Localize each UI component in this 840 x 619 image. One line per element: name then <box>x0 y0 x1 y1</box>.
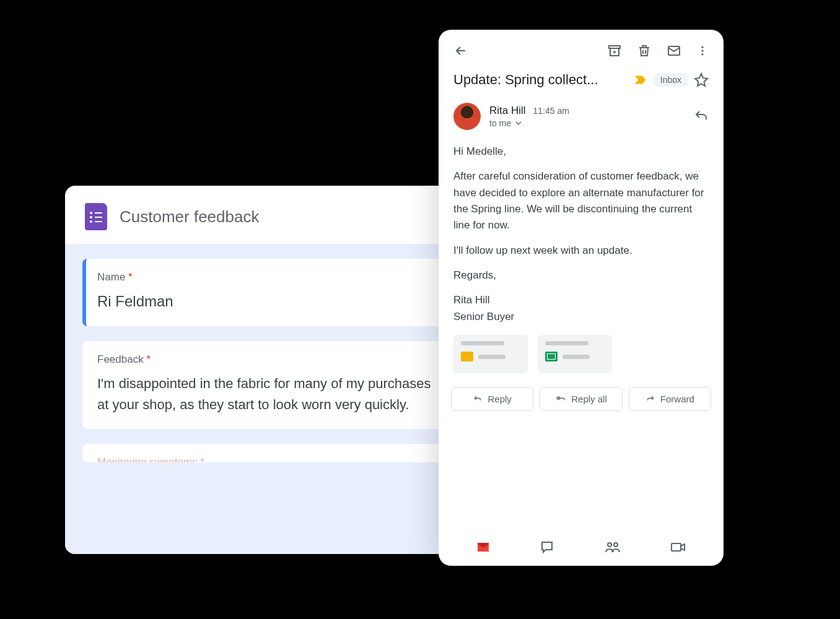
reply-arrow-icon <box>473 395 483 404</box>
forms-body: Name * Ri Feldman Feedback * I'm disappo… <box>65 244 477 554</box>
nav-mail-icon[interactable] <box>475 540 492 555</box>
forward-label: Forward <box>660 394 694 404</box>
toolbar-actions <box>607 43 709 58</box>
forms-icon <box>85 203 107 230</box>
form-field-name[interactable]: Name * Ri Feldman <box>82 259 460 326</box>
required-asterisk: * <box>128 271 133 283</box>
sheets-icon <box>545 352 558 361</box>
field-value[interactable]: I'm disappointed in the fabric for many … <box>97 373 445 415</box>
attachment-sheets[interactable] <box>538 335 612 373</box>
reply-all-arrow-icon <box>555 395 566 404</box>
star-icon[interactable] <box>694 72 709 87</box>
body-greeting: Hi Medelle, <box>453 144 709 160</box>
email-subject: Update: Spring collect... <box>453 72 628 88</box>
reply-all-button[interactable]: Reply all <box>540 387 622 411</box>
reply-all-label: Reply all <box>571 394 607 404</box>
svg-rect-9 <box>672 543 681 551</box>
field-label: Monitoring symptoms * <box>97 456 445 462</box>
nav-meet-icon[interactable] <box>669 540 688 555</box>
gmail-card: Update: Spring collect... Inbox Rita Hil… <box>439 30 724 566</box>
field-value[interactable]: Ri Feldman <box>97 291 445 313</box>
required-asterisk: * <box>200 456 204 462</box>
forward-arrow-icon <box>645 395 655 404</box>
body-closing: Regards, <box>453 267 709 284</box>
bottom-nav <box>439 531 724 566</box>
subject-row: Update: Spring collect... Inbox <box>439 68 724 97</box>
sender-time: 11:45 am <box>533 106 569 116</box>
email-body: Hi Medelle, After careful consideration … <box>439 140 724 331</box>
svg-point-8 <box>614 543 618 547</box>
action-buttons: Reply Reply all Forward <box>439 382 724 421</box>
attachment-meta-placeholder <box>478 355 505 359</box>
sender-to-text: to me <box>489 118 511 128</box>
field-label-text: Feedback <box>97 353 144 365</box>
svg-point-5 <box>701 53 703 55</box>
chevron-down-icon <box>515 121 522 126</box>
body-signature: Rita Hill Senior Buyer <box>453 292 709 325</box>
gmail-toolbar <box>439 30 724 68</box>
forms-title: Customer feedback <box>120 207 259 227</box>
field-label-text: Monitoring symptoms <box>97 456 198 462</box>
reply-button[interactable]: Reply <box>451 387 533 411</box>
reply-icon[interactable] <box>694 109 709 124</box>
archive-icon[interactable] <box>607 43 622 58</box>
field-label: Feedback * <box>97 353 445 366</box>
nav-chat-icon[interactable] <box>538 540 556 555</box>
required-asterisk: * <box>146 353 151 365</box>
field-label-text: Name <box>97 271 125 283</box>
body-p2: I'll follow up next week with an update. <box>453 243 709 259</box>
attachment-title-placeholder <box>461 341 504 345</box>
inbox-label[interactable]: Inbox <box>654 73 688 87</box>
nav-spaces-icon[interactable] <box>603 540 623 555</box>
more-icon[interactable] <box>696 43 709 58</box>
attachment-meta-placeholder <box>562 355 590 359</box>
attachments <box>439 331 724 382</box>
sender-to[interactable]: to me <box>489 118 685 128</box>
svg-point-4 <box>701 50 703 51</box>
svg-point-7 <box>608 543 611 547</box>
attachment-slides[interactable] <box>453 335 528 373</box>
body-p1: After careful consideration of customer … <box>453 168 709 233</box>
forms-card: Customer feedback Name * Ri Feldman Feed… <box>65 186 477 554</box>
back-icon[interactable] <box>453 43 468 58</box>
attachment-title-placeholder <box>545 341 588 345</box>
field-label: Name * <box>97 271 445 284</box>
sender-info: Rita Hill 11:45 am to me <box>489 105 685 128</box>
reply-label: Reply <box>488 394 511 404</box>
sig-title: Senior Buyer <box>453 311 514 322</box>
svg-point-3 <box>701 46 703 48</box>
forms-header: Customer feedback <box>65 186 477 244</box>
important-marker-icon[interactable] <box>634 75 648 85</box>
sender-name: Rita Hill <box>489 105 526 117</box>
form-field-monitoring[interactable]: Monitoring symptoms * <box>82 444 460 462</box>
slides-icon <box>461 352 473 361</box>
forward-button[interactable]: Forward <box>629 387 711 411</box>
sender-row: Rita Hill 11:45 am to me <box>439 97 724 140</box>
form-field-feedback[interactable]: Feedback * I'm disappointed in the fabri… <box>82 341 460 429</box>
avatar[interactable] <box>453 103 481 130</box>
mail-icon[interactable] <box>667 43 681 58</box>
sig-name: Rita Hill <box>453 294 490 306</box>
delete-icon[interactable] <box>637 43 652 58</box>
